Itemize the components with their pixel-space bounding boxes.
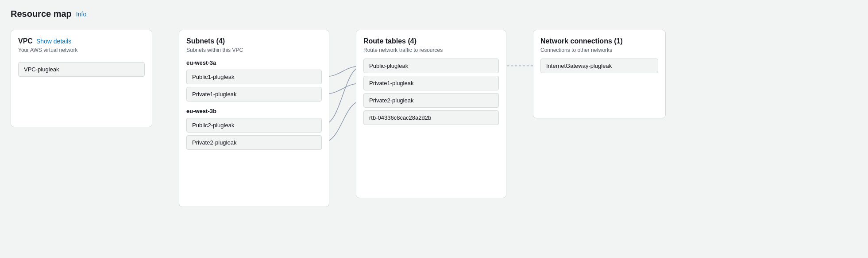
network-connections-card: Network connections (1) Connections to o…	[533, 30, 666, 118]
network-connections-subtitle: Connections to other networks	[540, 47, 658, 53]
subnet-public2-plugleak[interactable]: Public2-plugleak	[186, 118, 322, 133]
route-tables-header: Route tables (4) Route network traffic t…	[363, 37, 499, 53]
route-tables-card: Route tables (4) Route network traffic t…	[356, 30, 506, 198]
subnets-title-row: Subnets (4)	[186, 37, 322, 45]
subnets-title: Subnets (4)	[186, 37, 225, 45]
network-connections-title-row: Network connections (1)	[540, 37, 658, 45]
page-title: Resource map	[11, 9, 72, 19]
page-header: Resource map Info	[11, 9, 857, 19]
internet-gateway-plugleak[interactable]: InternetGateway-plugleak	[540, 59, 658, 73]
vpc-title-row: VPC Show details	[18, 37, 145, 45]
vpc-item[interactable]: VPC-plugleak	[18, 62, 145, 77]
route-tables-title-row: Route tables (4)	[363, 37, 499, 45]
resource-map: VPC Show details Your AWS virtual networ…	[11, 30, 857, 207]
route-public-plugleak[interactable]: Public-plugleak	[363, 59, 499, 73]
subnet-public1-plugleak[interactable]: Public1-plugleak	[186, 70, 322, 84]
network-connections-title: Network connections (1)	[540, 37, 623, 45]
route-rtb-04336[interactable]: rtb-04336c8cac28a2d2b	[363, 110, 499, 125]
subnets-subtitle: Subnets within this VPC	[186, 47, 322, 53]
subnets-card: Subnets (4) Subnets within this VPC eu-w…	[179, 30, 329, 207]
route-private1-plugleak[interactable]: Private1-plugleak	[363, 76, 499, 90]
vpc-subtitle: Your AWS virtual network	[18, 47, 145, 53]
route-private2-plugleak[interactable]: Private2-plugleak	[363, 93, 499, 108]
vpc-card-header: VPC Show details Your AWS virtual networ…	[18, 37, 145, 53]
zone-eu-west-3b-label: eu-west-3b	[186, 108, 322, 114]
show-details-link[interactable]: Show details	[36, 38, 71, 45]
vpc-card: VPC Show details Your AWS virtual networ…	[11, 30, 152, 127]
info-link[interactable]: Info	[76, 11, 86, 18]
route-tables-title: Route tables (4)	[363, 37, 417, 45]
route-tables-subtitle: Route network traffic to resources	[363, 47, 499, 53]
network-connections-header: Network connections (1) Connections to o…	[540, 37, 658, 53]
subnet-private1-plugleak[interactable]: Private1-plugleak	[186, 87, 322, 102]
vpc-title: VPC	[18, 37, 33, 45]
zone-eu-west-3a-label: eu-west-3a	[186, 59, 322, 66]
subnet-private2-plugleak[interactable]: Private2-plugleak	[186, 135, 322, 150]
subnets-header: Subnets (4) Subnets within this VPC	[186, 37, 322, 53]
